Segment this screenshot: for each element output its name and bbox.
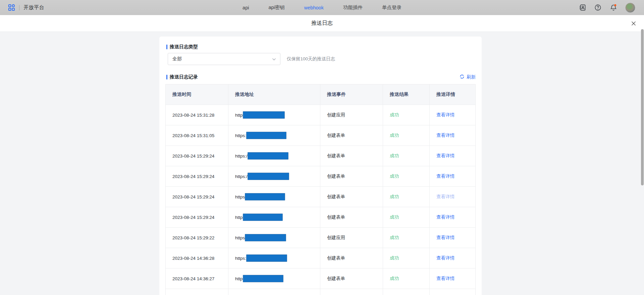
push-event: 创建表单 [327,214,345,220]
refresh-icon [460,74,465,80]
push-log-panel: 推送日志类型 全部 仅保留100天的推送日志 推送日志记录 [159,37,482,295]
section-accent-bar [166,75,167,79]
dropdown-selected-value: 全部 [172,56,182,62]
push-time: 2023-08-24 15:29:24 [172,194,214,199]
push-time: 2023-08-24 15:29:22 [172,235,214,240]
tab-单点登录[interactable]: 单点登录 [382,4,401,11]
column-header: 推送时间 [172,92,191,98]
page-title: 推送日志 [0,15,644,32]
tab-api[interactable]: api [243,5,249,10]
table-row: 2023-08-24 15:29:24https:/创建表单成功查看详情 [166,146,475,166]
push-event: 创建表单 [327,276,345,282]
view-detail-link[interactable]: 查看详情 [436,153,454,159]
redacted-url [246,254,287,262]
push-time: 2023-08-24 15:29:24 [172,154,214,159]
push-event: 创建应用 [327,112,345,118]
table-row: 2023-08-24 15:29:24http创建表单成功查看详情 [166,207,475,228]
table-row: 2023-08-24 15:29:24https:/创建表单成功查看详情 [166,166,475,187]
push-url-prefix: https:/ [235,154,248,159]
push-url-prefix: https [235,194,245,199]
push-url-prefix: http [235,215,243,220]
redacted-url [243,111,285,119]
redacted-url [243,275,283,282]
view-detail-link[interactable]: 查看详情 [436,214,454,220]
push-url-prefix: https:/ [235,174,248,179]
retention-note: 仅保留100天的推送日志 [287,56,335,62]
table-row: 2023-08-24 15:31:05https:创建表单成功查看详情 [166,125,475,146]
tab-webhook[interactable]: webhook [304,5,324,10]
view-detail-link[interactable]: 查看详情 [436,235,454,241]
log-type-dropdown[interactable]: 全部 [168,53,280,65]
view-detail-link[interactable]: 查看详情 [436,276,454,282]
redacted-url [245,193,285,200]
table-row: 2023-08-24 15:29:24https创建表单成功查看详情 [166,187,475,207]
push-url-prefix: https: [235,133,246,138]
help-icon[interactable] [594,4,601,11]
tab-api密钥[interactable]: api密钥 [268,4,284,11]
push-url-prefix: https: [235,256,246,261]
notification-bell-icon[interactable] [610,4,617,11]
push-url-prefix: https [235,235,245,240]
top-navbar: 开放平台 apiapi密钥webhook功能插件单点登录 [0,0,644,15]
push-time: 2023-08-24 15:31:28 [172,113,214,118]
push-event: 创建表单 [327,194,345,200]
chevron-down-icon [272,56,276,62]
push-result-badge: 成功 [390,112,399,118]
push-result-badge: 成功 [390,276,399,282]
refresh-button[interactable]: 刷新 [460,74,476,80]
column-header: 推送结果 [390,92,409,98]
brand-title: 开放平台 [23,4,44,11]
redacted-url [245,234,286,241]
records-section-title: 推送日志记录 [170,74,198,80]
push-time: 2023-08-24 14:36:28 [172,256,214,261]
vertical-scrollbar-thumb[interactable] [641,29,644,185]
view-detail-link[interactable]: 查看详情 [436,194,454,200]
push-event: 创建应用 [327,235,345,241]
push-url-prefix: http [235,276,243,281]
table-header-row: 推送时间推送地址推送事件推送结果推送详情 [166,84,475,105]
table-row: 2023-08-24 15:29:22https创建应用成功查看详情 [166,228,475,248]
push-event: 创建表单 [327,132,345,138]
push-result-badge: 成功 [390,153,399,159]
push-result-badge: 成功 [390,255,399,261]
view-detail-link[interactable]: 查看详情 [436,255,454,261]
push-time: 2023-08-24 15:31:05 [172,133,214,138]
table-row-partial [166,289,475,295]
contacts-icon[interactable] [579,4,586,11]
redacted-url [248,173,289,180]
main-area: 推送日志类型 全部 仅保留100天的推送日志 推送日志记录 [0,32,644,295]
view-detail-link[interactable]: 查看详情 [436,173,454,179]
avatar[interactable] [625,3,635,13]
push-event: 创建表单 [327,255,345,261]
section-accent-bar [166,45,167,49]
redacted-url [246,132,286,139]
push-time: 2023-08-24 15:29:24 [172,174,214,179]
view-detail-link[interactable]: 查看详情 [436,112,454,118]
redacted-url [248,152,288,160]
close-icon[interactable] [631,20,637,26]
table-row: 2023-08-24 15:31:28http创建应用成功查看详情 [166,105,475,125]
navbar-divider [19,5,19,10]
table-row: 2023-08-24 14:36:28https:创建表单成功查看详情 [166,248,475,269]
push-result-badge: 成功 [390,214,399,220]
column-header: 推送详情 [436,92,455,98]
dialog-titlebar: 推送日志 [0,15,644,32]
push-result-badge: 成功 [390,235,399,241]
table-row: 2023-08-24 14:36:27http创建表单成功查看详情 [166,269,475,289]
push-result-badge: 成功 [390,194,399,200]
push-time: 2023-08-24 14:36:27 [172,276,214,281]
push-event: 创建表单 [327,173,345,179]
push-result-badge: 成功 [390,132,399,138]
redacted-url [243,214,283,221]
push-log-table: 推送时间推送地址推送事件推送结果推送详情 2023-08-24 15:31:28… [165,84,476,295]
column-header: 推送地址 [235,92,254,98]
push-url-prefix: http [235,113,243,118]
push-result-badge: 成功 [390,173,399,179]
view-detail-link[interactable]: 查看详情 [436,132,454,138]
refresh-label: 刷新 [467,74,476,80]
filter-section-title: 推送日志类型 [170,44,198,50]
push-time: 2023-08-24 15:29:24 [172,215,214,220]
column-header: 推送事件 [327,92,346,98]
tab-功能插件[interactable]: 功能插件 [343,4,363,11]
apps-grid-icon[interactable] [8,4,15,11]
